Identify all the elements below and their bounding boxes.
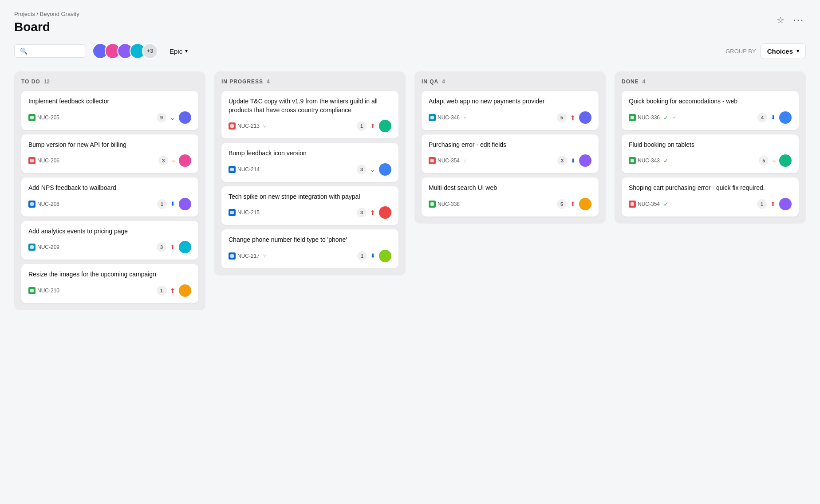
ticket-badge[interactable]: NUC-346 xyxy=(429,114,460,121)
card[interactable]: Fluid booking on tablets NUC-343 ✓ 5 ≡ xyxy=(622,134,799,173)
assignee-avatar[interactable] xyxy=(179,198,191,210)
priority-low2-icon: ⬇ xyxy=(170,201,175,207)
card[interactable]: Change phone number field type to 'phone… xyxy=(221,229,398,268)
ticket-badge[interactable]: NUC-213 xyxy=(229,122,260,130)
card[interactable]: Add NPS feedback to wallboard NUC-208 1 … xyxy=(21,177,198,217)
ticket-badge[interactable]: NUC-338 xyxy=(429,201,460,208)
card-footer: NUC-354 ✓ 1 ⬆ xyxy=(629,198,792,210)
card-footer: NUC-214 3 ⌄ xyxy=(229,163,391,176)
assignee-avatar[interactable] xyxy=(379,163,391,176)
ticket-type-icon xyxy=(429,157,436,164)
story-points: 1 xyxy=(357,251,367,261)
card[interactable]: Multi-dest search UI web NUC-338 5 ⬆ xyxy=(422,177,599,217)
ticket-badge[interactable]: NUC-343 xyxy=(629,157,660,164)
choices-dropdown[interactable]: Choices ▾ xyxy=(761,43,806,59)
assignee-avatar[interactable] xyxy=(179,241,191,253)
assignee-avatar[interactable] xyxy=(179,111,191,124)
ticket-type-icon xyxy=(229,209,236,216)
card-title: Multi-dest search UI web xyxy=(429,184,591,193)
priority-low-icon: ⌄ xyxy=(370,166,375,173)
avatar-group[interactable]: +3 xyxy=(92,43,158,59)
priority-low2-icon: ⬇ xyxy=(571,158,576,164)
toolbar: 🔍 +3 Epic ▾ GROUP BY Choices ▾ xyxy=(14,43,806,59)
search-input[interactable] xyxy=(31,47,79,55)
card[interactable]: Resize the images for the upcoming campa… xyxy=(21,264,198,303)
ticket-id: NUC-213 xyxy=(237,123,260,129)
assignee-avatar[interactable] xyxy=(779,198,792,210)
ticket-badge[interactable]: NUC-354 xyxy=(429,157,460,164)
ticket-type-icon xyxy=(629,114,636,121)
card[interactable]: Implement feedback collector NUC-205 9 ⌄ xyxy=(21,91,198,130)
ticket-badge[interactable]: NUC-336 xyxy=(629,114,660,121)
column-title: TO DO xyxy=(21,79,40,85)
card[interactable]: Shoping cart purchasing error - quick fi… xyxy=(622,177,799,217)
ticket-type-icon xyxy=(229,166,236,173)
card-title: Implement feedback collector xyxy=(28,97,191,106)
card[interactable]: Bump feedback icon version NUC-214 3 ⌄ xyxy=(221,143,398,182)
card-title: Fluid booking on tablets xyxy=(629,141,792,150)
card[interactable]: Add analytics events to pricing page NUC… xyxy=(21,221,198,260)
svg-rect-11 xyxy=(430,202,434,206)
card[interactable]: Tech spike on new stripe integration wit… xyxy=(221,186,398,225)
card[interactable]: Update T&C copy with v1.9 from the write… xyxy=(221,91,398,138)
priority-medium-icon: ≡ xyxy=(772,158,776,164)
epic-filter-button[interactable]: Epic ▾ xyxy=(165,45,192,58)
column-title: IN QA xyxy=(422,79,438,85)
card-title: Resize the images for the upcoming campa… xyxy=(28,270,191,279)
column-count: 4 xyxy=(267,79,270,85)
ticket-id: NUC-338 xyxy=(438,201,460,207)
card[interactable]: Adapt web app no new payments provider N… xyxy=(422,91,599,130)
ticket-id: NUC-205 xyxy=(37,114,59,121)
assignee-avatar[interactable] xyxy=(179,154,191,167)
ticket-id: NUC-336 xyxy=(638,114,660,121)
ticket-badge[interactable]: NUC-354 xyxy=(629,201,660,208)
card[interactable]: Bump version for new API for billing NUC… xyxy=(21,134,198,173)
assignee-avatar[interactable] xyxy=(379,250,391,262)
ticket-id: NUC-208 xyxy=(37,201,59,207)
ticket-badge[interactable]: NUC-209 xyxy=(28,244,59,251)
ticket-type-icon xyxy=(229,122,236,130)
story-points: 9 xyxy=(157,113,166,122)
card[interactable]: Purchasing error - edit fields NUC-354 ⑂… xyxy=(422,134,599,173)
assignee-avatar[interactable] xyxy=(579,111,591,124)
column-todo: TO DO 12 Implement feedback collector NU… xyxy=(14,71,205,310)
more-button[interactable]: ··· xyxy=(792,12,806,28)
ticket-badge[interactable]: NUC-206 xyxy=(28,157,59,164)
card-footer: NUC-343 ✓ 5 ≡ xyxy=(629,154,792,167)
ticket-id: NUC-343 xyxy=(638,158,660,164)
ticket-badge[interactable]: NUC-214 xyxy=(229,166,260,173)
ticket-badge[interactable]: NUC-210 xyxy=(28,287,59,294)
assignee-avatar[interactable] xyxy=(779,154,792,167)
priority-high-icon: ⬆ xyxy=(570,114,576,121)
assignee-avatar[interactable] xyxy=(579,198,591,210)
branch-icon: ⑂ xyxy=(463,114,467,121)
priority-high-icon: ⬆ xyxy=(370,122,375,130)
column-header: TO DO 12 xyxy=(21,79,198,85)
ticket-badge[interactable]: NUC-208 xyxy=(28,201,59,208)
ticket-badge[interactable]: NUC-215 xyxy=(229,209,260,216)
ticket-id: NUC-346 xyxy=(438,114,460,121)
assignee-avatar[interactable] xyxy=(579,154,591,167)
ticket-id: NUC-209 xyxy=(37,244,59,250)
card-title: Adapt web app no new payments provider xyxy=(429,97,591,106)
card[interactable]: Quick booking for accomodations - web NU… xyxy=(622,91,799,130)
check-icon: ✓ xyxy=(663,157,669,164)
avatar-more[interactable]: +3 xyxy=(142,43,158,59)
branch-icon: ⑂ xyxy=(463,158,467,164)
story-points: 1 xyxy=(157,286,166,295)
group-by-label: GROUP BY xyxy=(725,48,756,55)
assignee-avatar[interactable] xyxy=(379,206,391,219)
star-button[interactable]: ☆ xyxy=(775,13,786,27)
ticket-type-icon xyxy=(429,114,436,121)
svg-rect-1 xyxy=(30,159,34,162)
search-box[interactable]: 🔍 xyxy=(14,44,85,58)
story-points: 1 xyxy=(357,121,367,131)
assignee-avatar[interactable] xyxy=(379,120,391,132)
ticket-badge[interactable]: NUC-217 xyxy=(229,252,260,260)
story-points: 3 xyxy=(557,156,567,165)
assignee-avatar[interactable] xyxy=(779,111,792,124)
ticket-badge[interactable]: NUC-205 xyxy=(28,114,59,121)
chevron-down-icon: ▾ xyxy=(185,48,188,54)
assignee-avatar[interactable] xyxy=(179,284,191,297)
ticket-id: NUC-217 xyxy=(237,253,260,259)
